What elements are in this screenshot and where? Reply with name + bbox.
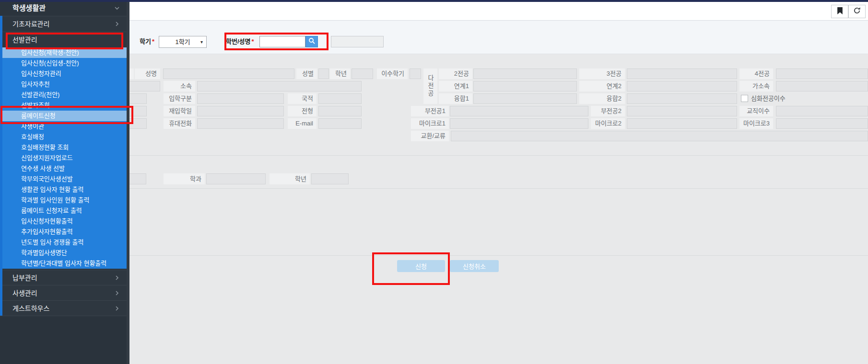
micro2-field[interactable] — [627, 118, 737, 129]
sidebar-item-resident-mgmt[interactable]: 사생관리 — [0, 285, 127, 300]
minor2-field[interactable] — [627, 106, 737, 116]
menu-item[interactable]: 호실배정현황 조회 — [0, 142, 127, 153]
cancel-apply-button[interactable]: 신청취소 — [450, 260, 499, 272]
top-navy-bar — [0, 0, 868, 2]
menu-item[interactable]: 학과별입사생명단 — [0, 248, 127, 258]
intensive-major-label: 심화전공이수 — [751, 93, 786, 104]
sidebar-title-label: 학생생활관 — [12, 4, 46, 12]
major4-label: 4전공 — [739, 68, 773, 79]
divider — [129, 188, 868, 189]
apply-button[interactable]: 신청 — [397, 260, 445, 272]
completed-terms-label: 이수학기 — [377, 68, 408, 79]
menu-item[interactable]: 생활관 입사자 현황 출력 — [0, 184, 127, 195]
required-asterisk: * — [152, 38, 154, 45]
menu-item[interactable]: 선발관리(천안) — [0, 90, 127, 100]
aux-input[interactable] — [331, 36, 384, 47]
id-name-input[interactable] — [259, 36, 305, 47]
menu-item[interactable]: 연수생 사생 선발 — [0, 163, 127, 174]
app-window: 학기* 1학기▾ 학번/성명* 성명 성별 학년 이수학기 다전공 2전공 3전… — [0, 0, 868, 364]
menu-item[interactable]: 선발자조회 — [0, 100, 127, 111]
mobile-label: 휴대전화 — [164, 118, 195, 129]
affiliation-label: 소속 — [164, 81, 195, 91]
menu-item[interactable]: 추가입사자현황출력 — [0, 227, 127, 237]
search-icon — [308, 37, 315, 46]
intensive-major-checkbox[interactable] — [741, 95, 748, 102]
menu-item[interactable]: 입사신청자현황출력 — [0, 216, 127, 227]
selection-submenu: 입사신청(재학생-천안) 입사신청(신입생-천안) 입사신청자관리 입사자추천 … — [0, 47, 127, 269]
multi-major-label: 다전공 — [423, 68, 437, 104]
admission-type-field[interactable] — [197, 93, 284, 104]
refresh-icon — [853, 7, 861, 16]
menu-item[interactable]: 입사신청(신입생-천안) — [0, 58, 127, 68]
micro2-label: 마이크로2 — [591, 118, 625, 129]
sidebar-item-payment-mgmt[interactable]: 납부관리 — [0, 270, 127, 285]
micro1-label: 마이크로1 — [411, 118, 449, 129]
menu-item[interactable]: 룸메이트 신청자료 출력 — [0, 205, 127, 216]
teaching-cert-field[interactable] — [776, 106, 868, 116]
dept-field[interactable] — [206, 173, 266, 184]
chevron-right-icon — [114, 285, 120, 300]
divider — [129, 155, 868, 156]
menu-item[interactable]: 입사신청(재학생-천안) — [0, 47, 127, 58]
name-field[interactable] — [163, 68, 294, 79]
minor2-label: 부전공2 — [591, 106, 625, 116]
name-label: 성명 — [135, 68, 160, 79]
sidebar-item-guesthouse[interactable]: 게스트하우스 — [0, 300, 127, 316]
menu-item[interactable]: 학년별/단과대별 입사자 현황출력 — [0, 258, 127, 269]
readmission-date-field[interactable] — [197, 106, 284, 116]
micro1-field[interactable] — [450, 118, 588, 129]
linked1-label: 연계1 — [439, 81, 472, 91]
semester-label: 학기* — [140, 36, 154, 47]
dept-label: 학과 — [164, 173, 205, 184]
sidebar-title[interactable]: 학생생활관 — [0, 0, 127, 16]
major2-field[interactable] — [473, 68, 577, 79]
exchange-label: 교환/교류 — [411, 131, 449, 141]
sidebar-item-basic-data[interactable]: 기초자료관리 — [0, 16, 127, 32]
completed-terms-field[interactable] — [410, 68, 421, 79]
minor1-label: 부전공1 — [411, 106, 449, 116]
menu-item[interactable]: 년도별 입사 경쟁율 출력 — [0, 237, 127, 248]
affiliation-field[interactable] — [197, 81, 362, 91]
bookmark-button[interactable] — [831, 5, 848, 18]
nationality-field[interactable] — [318, 93, 362, 104]
fusion2-field[interactable] — [627, 93, 737, 104]
nationality-label: 국적 — [288, 93, 317, 104]
semester-select[interactable]: 1학기▾ — [159, 36, 207, 48]
sidebar-item-selection-mgmt[interactable]: 선발관리 — [0, 32, 127, 47]
exchange-field[interactable] — [451, 131, 868, 141]
gender-field[interactable] — [318, 68, 329, 79]
linked2-field[interactable] — [627, 81, 737, 91]
mobile-field[interactable] — [197, 118, 284, 129]
teaching-cert-label: 교직이수 — [739, 106, 773, 116]
screening-label: 전형 — [288, 106, 317, 116]
search-toolbar — [0, 20, 868, 54]
email-label: E-mail — [288, 118, 317, 129]
refresh-button[interactable] — [848, 5, 866, 18]
menu-item-roommate[interactable]: 룸메이트신청 — [0, 111, 127, 121]
chevron-right-icon — [114, 270, 120, 285]
grade2-field[interactable] — [311, 173, 349, 184]
screening-field[interactable] — [318, 106, 362, 116]
fusion1-field[interactable] — [473, 93, 577, 104]
temp-affiliation-field[interactable] — [776, 81, 868, 91]
menu-item[interactable]: 신입생지원자업로드 — [0, 153, 127, 163]
menu-item[interactable]: 사생이관 — [0, 121, 127, 132]
search-button[interactable] — [305, 36, 318, 47]
grade-field[interactable] — [352, 68, 373, 79]
major4-field[interactable] — [776, 68, 868, 79]
menu-item[interactable]: 학과별 입사인원 현황 출력 — [0, 195, 127, 205]
major2-label: 2전공 — [439, 68, 472, 79]
divider — [129, 255, 868, 256]
menu-item[interactable]: 호실배정 — [0, 132, 127, 142]
required-asterisk: * — [251, 38, 254, 45]
linked1-field[interactable] — [473, 81, 577, 91]
minor1-field[interactable] — [450, 106, 588, 116]
email-field[interactable] — [318, 118, 362, 129]
menu-item[interactable]: 입사자추천 — [0, 79, 127, 90]
micro3-field[interactable] — [776, 118, 868, 129]
menu-item[interactable]: 학부외국인사생선발 — [0, 174, 127, 184]
chevron-right-icon — [114, 16, 120, 32]
major3-field[interactable] — [627, 68, 737, 79]
menu-item[interactable]: 입사신청자관리 — [0, 68, 127, 79]
gender-label: 성별 — [296, 68, 317, 79]
